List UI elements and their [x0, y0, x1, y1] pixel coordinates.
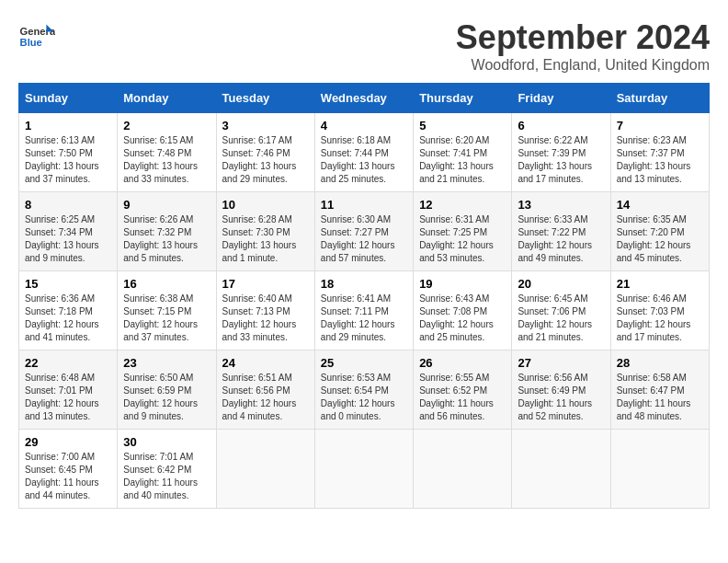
day-number: 18	[321, 277, 407, 291]
day-detail: Sunrise: 6:28 AMSunset: 7:30 PMDaylight:…	[222, 214, 297, 263]
day-number: 30	[123, 435, 210, 449]
calendar-cell: 24 Sunrise: 6:51 AMSunset: 6:56 PMDaylig…	[216, 350, 314, 430]
calendar-cell: 13 Sunrise: 6:33 AMSunset: 7:22 PMDaylig…	[512, 192, 610, 271]
logo-icon: General Blue	[18, 18, 55, 55]
day-number: 6	[518, 119, 604, 132]
day-number: 2	[123, 119, 210, 132]
day-number: 7	[617, 119, 703, 132]
calendar-cell: 2 Sunrise: 6:15 AMSunset: 7:48 PMDayligh…	[118, 113, 216, 192]
calendar-cell: 3 Sunrise: 6:17 AMSunset: 7:46 PMDayligh…	[216, 113, 314, 192]
calendar-week-row: 15 Sunrise: 6:36 AMSunset: 7:18 PMDaylig…	[19, 271, 710, 350]
day-detail: Sunrise: 6:22 AMSunset: 7:39 PMDaylight:…	[518, 135, 592, 184]
calendar-cell: 5 Sunrise: 6:20 AMSunset: 7:41 PMDayligh…	[414, 113, 512, 192]
day-number: 10	[222, 198, 309, 212]
calendar-cell: 15 Sunrise: 6:36 AMSunset: 7:18 PMDaylig…	[19, 271, 118, 350]
day-number: 11	[321, 198, 407, 212]
day-detail: Sunrise: 7:00 AMSunset: 6:45 PMDaylight:…	[25, 452, 99, 500]
day-detail: Sunrise: 6:33 AMSunset: 7:22 PMDaylight:…	[518, 214, 592, 263]
calendar-cell: 20 Sunrise: 6:45 AMSunset: 7:06 PMDaylig…	[512, 271, 610, 350]
weekday-header: Monday	[118, 84, 216, 113]
day-detail: Sunrise: 6:36 AMSunset: 7:18 PMDaylight:…	[25, 293, 99, 342]
calendar-cell: 17 Sunrise: 6:40 AMSunset: 7:13 PMDaylig…	[216, 271, 314, 350]
day-detail: Sunrise: 6:31 AMSunset: 7:25 PMDaylight:…	[419, 214, 494, 263]
calendar-cell: 21 Sunrise: 6:46 AMSunset: 7:03 PMDaylig…	[610, 271, 709, 350]
day-detail: Sunrise: 6:43 AMSunset: 7:08 PMDaylight:…	[419, 293, 494, 342]
day-number: 26	[419, 356, 506, 370]
header: General Blue September 2024 Woodford, En…	[18, 18, 710, 74]
day-detail: Sunrise: 6:15 AMSunset: 7:48 PMDaylight:…	[123, 135, 198, 184]
calendar-cell: 14 Sunrise: 6:35 AMSunset: 7:20 PMDaylig…	[610, 192, 709, 271]
day-detail: Sunrise: 6:45 AMSunset: 7:06 PMDaylight:…	[518, 293, 592, 342]
day-detail: Sunrise: 6:18 AMSunset: 7:44 PMDaylight:…	[321, 135, 395, 184]
calendar-week-row: 29 Sunrise: 7:00 AMSunset: 6:45 PMDaylig…	[19, 430, 710, 509]
weekday-header: Friday	[512, 84, 610, 113]
location-title: Woodford, England, United Kingdom	[456, 57, 710, 74]
day-detail: Sunrise: 6:48 AMSunset: 7:01 PMDaylight:…	[25, 373, 99, 421]
calendar-cell: 6 Sunrise: 6:22 AMSunset: 7:39 PMDayligh…	[512, 113, 610, 192]
day-detail: Sunrise: 6:17 AMSunset: 7:46 PMDaylight:…	[222, 135, 297, 184]
day-detail: Sunrise: 6:50 AMSunset: 6:59 PMDaylight:…	[123, 373, 198, 421]
day-detail: Sunrise: 6:51 AMSunset: 6:56 PMDaylight:…	[222, 373, 297, 421]
day-detail: Sunrise: 6:41 AMSunset: 7:11 PMDaylight:…	[321, 293, 395, 342]
day-number: 29	[25, 435, 111, 449]
day-number: 5	[419, 119, 506, 132]
weekday-header: Tuesday	[216, 84, 314, 113]
calendar-cell: 26 Sunrise: 6:55 AMSunset: 6:52 PMDaylig…	[414, 350, 512, 430]
day-number: 24	[222, 356, 309, 370]
day-detail: Sunrise: 6:30 AMSunset: 7:27 PMDaylight:…	[321, 214, 395, 263]
calendar-cell: 11 Sunrise: 6:30 AMSunset: 7:27 PMDaylig…	[314, 192, 413, 271]
calendar-cell: 12 Sunrise: 6:31 AMSunset: 7:25 PMDaylig…	[414, 192, 512, 271]
day-detail: Sunrise: 6:35 AMSunset: 7:20 PMDaylight:…	[617, 214, 691, 263]
day-detail: Sunrise: 7:01 AMSunset: 6:42 PMDaylight:…	[123, 452, 198, 500]
day-number: 1	[25, 119, 111, 132]
calendar-cell: 28 Sunrise: 6:58 AMSunset: 6:47 PMDaylig…	[610, 350, 709, 430]
day-detail: Sunrise: 6:40 AMSunset: 7:13 PMDaylight:…	[222, 293, 297, 342]
day-number: 13	[518, 198, 604, 212]
title-area: September 2024 Woodford, England, United…	[456, 18, 710, 74]
calendar-cell	[314, 430, 413, 509]
weekday-header-row: SundayMondayTuesdayWednesdayThursdayFrid…	[19, 84, 710, 113]
calendar-cell: 22 Sunrise: 6:48 AMSunset: 7:01 PMDaylig…	[19, 350, 118, 430]
day-detail: Sunrise: 6:23 AMSunset: 7:37 PMDaylight:…	[617, 135, 691, 184]
day-detail: Sunrise: 6:56 AMSunset: 6:49 PMDaylight:…	[518, 373, 592, 421]
weekday-header: Thursday	[414, 84, 512, 113]
calendar-cell: 16 Sunrise: 6:38 AMSunset: 7:15 PMDaylig…	[118, 271, 216, 350]
day-number: 28	[617, 356, 703, 370]
day-detail: Sunrise: 6:58 AMSunset: 6:47 PMDaylight:…	[617, 373, 691, 421]
day-detail: Sunrise: 6:13 AMSunset: 7:50 PMDaylight:…	[25, 135, 99, 184]
day-number: 17	[222, 277, 309, 291]
day-number: 23	[123, 356, 210, 370]
day-number: 16	[123, 277, 210, 291]
calendar-cell	[610, 430, 709, 509]
calendar-cell: 4 Sunrise: 6:18 AMSunset: 7:44 PMDayligh…	[314, 113, 413, 192]
weekday-header: Sunday	[19, 84, 118, 113]
calendar-cell: 9 Sunrise: 6:26 AMSunset: 7:32 PMDayligh…	[118, 192, 216, 271]
weekday-header: Saturday	[610, 84, 709, 113]
calendar-week-row: 22 Sunrise: 6:48 AMSunset: 7:01 PMDaylig…	[19, 350, 710, 430]
logo: General Blue	[18, 18, 55, 55]
calendar-table: SundayMondayTuesdayWednesdayThursdayFrid…	[18, 83, 710, 509]
calendar-week-row: 8 Sunrise: 6:25 AMSunset: 7:34 PMDayligh…	[19, 192, 710, 271]
day-detail: Sunrise: 6:25 AMSunset: 7:34 PMDaylight:…	[25, 214, 99, 263]
day-number: 20	[518, 277, 604, 291]
day-number: 19	[419, 277, 506, 291]
calendar-cell: 18 Sunrise: 6:41 AMSunset: 7:11 PMDaylig…	[314, 271, 413, 350]
day-detail: Sunrise: 6:38 AMSunset: 7:15 PMDaylight:…	[123, 293, 198, 342]
month-title: September 2024	[456, 18, 710, 57]
calendar-cell: 25 Sunrise: 6:53 AMSunset: 6:54 PMDaylig…	[314, 350, 413, 430]
calendar-cell: 23 Sunrise: 6:50 AMSunset: 6:59 PMDaylig…	[118, 350, 216, 430]
weekday-header: Wednesday	[314, 84, 413, 113]
calendar-cell	[512, 430, 610, 509]
calendar-cell: 7 Sunrise: 6:23 AMSunset: 7:37 PMDayligh…	[610, 113, 709, 192]
day-number: 4	[321, 119, 407, 132]
calendar-cell: 27 Sunrise: 6:56 AMSunset: 6:49 PMDaylig…	[512, 350, 610, 430]
day-number: 12	[419, 198, 506, 212]
calendar-cell: 19 Sunrise: 6:43 AMSunset: 7:08 PMDaylig…	[414, 271, 512, 350]
calendar-cell	[414, 430, 512, 509]
calendar-cell: 30 Sunrise: 7:01 AMSunset: 6:42 PMDaylig…	[118, 430, 216, 509]
day-number: 14	[617, 198, 703, 212]
day-number: 15	[25, 277, 111, 291]
day-number: 21	[617, 277, 703, 291]
calendar-cell: 10 Sunrise: 6:28 AMSunset: 7:30 PMDaylig…	[216, 192, 314, 271]
svg-text:Blue: Blue	[20, 37, 42, 48]
